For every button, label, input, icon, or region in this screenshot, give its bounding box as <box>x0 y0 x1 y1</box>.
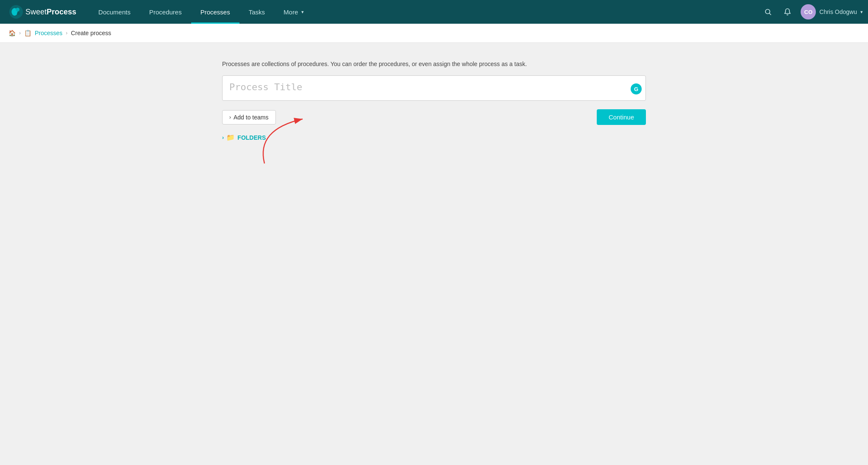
current-page-label: Create process <box>71 30 111 36</box>
search-button[interactable] <box>762 6 774 18</box>
breadcrumb-sep-2: › <box>66 30 67 36</box>
home-link[interactable]: 🏠 <box>8 30 16 36</box>
folders-label: FOLDERS <box>237 134 266 141</box>
nav-documents[interactable]: Documents <box>89 0 140 24</box>
title-input-wrapper: G <box>222 75 646 102</box>
grammarly-icon: G <box>631 83 642 94</box>
folder-icon: 📁 <box>226 133 235 141</box>
nav-processes[interactable]: Processes <box>191 0 239 24</box>
chevron-right-icon: › <box>229 114 231 120</box>
bell-icon <box>784 8 791 16</box>
form-wrapper: G › Add to teams Continue › 📁 FOLDERS <box>222 75 646 141</box>
breadcrumb: 🏠 › 📋 Processes › Create process <box>0 24 868 43</box>
notifications-button[interactable] <box>781 6 794 18</box>
nav-tasks[interactable]: Tasks <box>239 0 274 24</box>
chevron-right-icon-folders: › <box>222 134 224 141</box>
breadcrumb-sep-1: › <box>19 30 21 36</box>
chevron-down-icon: ▾ <box>301 9 304 15</box>
brand-logo[interactable]: SweetProcess <box>5 0 81 24</box>
user-chevron-icon: ▾ <box>860 9 863 15</box>
svg-line-5 <box>770 13 771 14</box>
avatar: CO <box>801 4 816 19</box>
breadcrumb-processes-icon: 📋 <box>24 30 31 36</box>
add-to-teams-label: Add to teams <box>234 114 269 121</box>
nav-more[interactable]: More ▾ <box>274 0 313 24</box>
form-container: Processes are collections of procedures.… <box>222 60 646 141</box>
search-icon <box>764 8 772 16</box>
actions-row: › Add to teams Continue <box>222 109 646 125</box>
home-icon: 🏠 <box>8 30 16 36</box>
continue-button[interactable]: Continue <box>597 109 646 125</box>
brand-name: SweetProcess <box>25 8 76 17</box>
process-title-input[interactable] <box>222 75 646 101</box>
processes-breadcrumb-link[interactable]: Processes <box>35 30 62 36</box>
add-to-teams-button[interactable]: › Add to teams <box>222 110 276 125</box>
svg-point-2 <box>16 8 19 11</box>
nav-procedures[interactable]: Procedures <box>140 0 191 24</box>
nav-links: Documents Procedures Processes Tasks Mor… <box>89 0 762 24</box>
description-text: Processes are collections of procedures.… <box>222 60 646 69</box>
svg-point-3 <box>17 12 20 15</box>
main-nav: SweetProcess Documents Procedures Proces… <box>0 0 868 24</box>
user-menu[interactable]: CO Chris Odogwu ▾ <box>801 4 863 19</box>
folders-row[interactable]: › 📁 FOLDERS <box>222 133 646 141</box>
nav-right: CO Chris Odogwu ▾ <box>762 0 863 24</box>
main-content: Processes are collections of procedures.… <box>159 43 709 158</box>
user-name: Chris Odogwu <box>819 8 857 15</box>
